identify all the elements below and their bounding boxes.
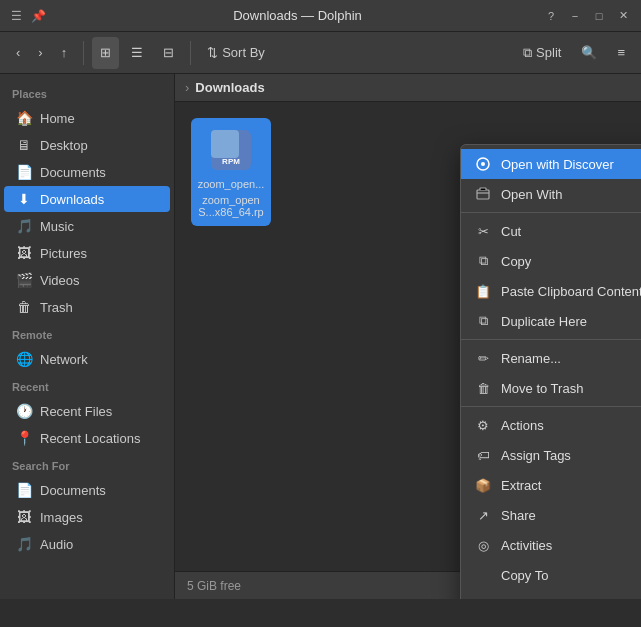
- sidebar-item-search-documents[interactable]: 📄 Documents: [4, 477, 170, 503]
- sidebar-item-desktop[interactable]: 🖥 Desktop: [4, 132, 170, 158]
- app-menu-icon[interactable]: ☰: [8, 8, 24, 24]
- view-icons-button[interactable]: ⊞: [92, 37, 119, 69]
- sidebar-item-search-audio[interactable]: 🎵 Audio: [4, 531, 170, 557]
- sidebar-item-recent-files[interactable]: 🕐 Recent Files: [4, 398, 170, 424]
- ctx-move-to-label: Move To: [501, 598, 641, 600]
- home-icon: 🏠: [16, 110, 32, 126]
- sidebar-downloads-label: Downloads: [40, 192, 104, 207]
- ctx-actions[interactable]: ⚙ Actions ›: [461, 410, 641, 440]
- svg-rect-5: [477, 190, 489, 199]
- recent-label: Recent: [0, 373, 174, 397]
- sidebar-item-recent-locations[interactable]: 📍 Recent Locations: [4, 425, 170, 451]
- ctx-share[interactable]: ↗ Share ›: [461, 500, 641, 530]
- ctx-open-icon: [475, 186, 491, 202]
- sidebar-music-label: Music: [40, 219, 74, 234]
- ctx-move-to[interactable]: Move To ›: [461, 590, 641, 599]
- sidebar-item-trash[interactable]: 🗑 Trash: [4, 294, 170, 320]
- ctx-open-with-discover[interactable]: Open with Discover: [461, 149, 641, 179]
- window-controls: ? − □ ✕: [541, 6, 633, 26]
- sidebar-network-label: Network: [40, 352, 88, 367]
- back-button[interactable]: ‹: [8, 37, 28, 69]
- ctx-extract-label: Extract: [501, 478, 641, 493]
- ctx-actions-icon: ⚙: [475, 417, 491, 433]
- sort-by-button[interactable]: ⇅ Sort By: [199, 37, 273, 69]
- svg-point-4: [481, 162, 485, 166]
- svg-text:RPM: RPM: [222, 157, 240, 166]
- recent-locations-icon: 📍: [16, 430, 32, 446]
- ctx-cut-icon: ✂: [475, 223, 491, 239]
- ctx-trash-icon: 🗑: [475, 380, 491, 396]
- sidebar-item-network[interactable]: 🌐 Network: [4, 346, 170, 372]
- split-button[interactable]: ⧉ Split: [515, 37, 569, 69]
- ctx-cut-label: Cut: [501, 224, 641, 239]
- file-item-name: zoom_open...: [198, 178, 265, 190]
- ctx-rename-icon: ✏: [475, 350, 491, 366]
- up-button[interactable]: ↑: [53, 37, 76, 69]
- sidebar-item-search-images[interactable]: 🖼 Images: [4, 504, 170, 530]
- ctx-share-label: Share: [501, 508, 641, 523]
- close-button[interactable]: ✕: [613, 6, 633, 26]
- ctx-paste-icon: 📋: [475, 283, 491, 299]
- ctx-sep-2: [461, 339, 641, 340]
- svg-rect-1: [211, 130, 239, 158]
- sort-icon: ⇅: [207, 45, 218, 60]
- ctx-cut[interactable]: ✂ Cut Ctrl+X: [461, 216, 641, 246]
- ctx-move-to-icon: [475, 597, 491, 599]
- sidebar-search-docs-label: Documents: [40, 483, 106, 498]
- sidebar-item-downloads[interactable]: ⬇ Downloads: [4, 186, 170, 212]
- sidebar-home-label: Home: [40, 111, 75, 126]
- split-label: Split: [536, 45, 561, 60]
- statusbar-text: 5 GiB free: [187, 579, 241, 593]
- pin-icon[interactable]: 📌: [30, 8, 46, 24]
- ctx-open-with[interactable]: Open With ›: [461, 179, 641, 209]
- sidebar-item-pictures[interactable]: 🖼 Pictures: [4, 240, 170, 266]
- ctx-activities[interactable]: ◎ Activities ›: [461, 530, 641, 560]
- sidebar-documents-label: Documents: [40, 165, 106, 180]
- view-list-button[interactable]: ☰: [123, 37, 151, 69]
- ctx-assign-tags[interactable]: 🏷 Assign Tags ›: [461, 440, 641, 470]
- search-button[interactable]: 🔍: [573, 37, 605, 69]
- ctx-move-trash[interactable]: 🗑 Move to Trash Del: [461, 373, 641, 403]
- sidebar-item-home[interactable]: 🏠 Home: [4, 105, 170, 131]
- ctx-rename-label: Rename...: [501, 351, 641, 366]
- search-label: Search For: [0, 452, 174, 476]
- toolbar: ‹ › ↑ ⊞ ☰ ⊟ ⇅ Sort By ⧉ Split 🔍 ≡: [0, 32, 641, 74]
- forward-button[interactable]: ›: [30, 37, 50, 69]
- ctx-activities-label: Activities: [501, 538, 641, 553]
- remote-label: Remote: [0, 321, 174, 345]
- sort-label: Sort By: [222, 45, 265, 60]
- ctx-duplicate-icon: ⧉: [475, 313, 491, 329]
- sidebar-recent-files-label: Recent Files: [40, 404, 112, 419]
- ctx-rename[interactable]: ✏ Rename... F2: [461, 343, 641, 373]
- ctx-copy-to[interactable]: Copy To ›: [461, 560, 641, 590]
- ctx-paste-clipboard[interactable]: 📋 Paste Clipboard Contents... Ctrl+V: [461, 276, 641, 306]
- hamburger-button[interactable]: ≡: [609, 37, 633, 69]
- breadcrumb-current[interactable]: Downloads: [195, 80, 264, 95]
- ctx-activities-icon: ◎: [475, 537, 491, 553]
- content-area: › Downloads RPM zoom_open... zoom_openS.…: [175, 74, 641, 599]
- file-item-zoom[interactable]: RPM zoom_open... zoom_openS...x86_64.rp: [191, 118, 271, 226]
- maximize-button[interactable]: □: [589, 6, 609, 26]
- help-button[interactable]: ?: [541, 6, 561, 26]
- sidebar-item-documents[interactable]: 📄 Documents: [4, 159, 170, 185]
- breadcrumb-arrow: ›: [185, 80, 189, 95]
- ctx-duplicate[interactable]: ⧉ Duplicate Here Ctrl+D: [461, 306, 641, 336]
- ctx-copy-to-icon: [475, 567, 491, 583]
- sidebar-item-music[interactable]: 🎵 Music: [4, 213, 170, 239]
- minimize-button[interactable]: −: [565, 6, 585, 26]
- ctx-tags-icon: 🏷: [475, 447, 491, 463]
- sidebar-desktop-label: Desktop: [40, 138, 88, 153]
- recent-files-icon: 🕐: [16, 403, 32, 419]
- ctx-share-icon: ↗: [475, 507, 491, 523]
- search-audio-icon: 🎵: [16, 536, 32, 552]
- ctx-extract[interactable]: 📦 Extract ›: [461, 470, 641, 500]
- sidebar-item-videos[interactable]: 🎬 Videos: [4, 267, 170, 293]
- ctx-extract-icon: 📦: [475, 477, 491, 493]
- pictures-icon: 🖼: [16, 245, 32, 261]
- ctx-copy[interactable]: ⧉ Copy Ctrl+C: [461, 246, 641, 276]
- sidebar-videos-label: Videos: [40, 273, 80, 288]
- view-compact-button[interactable]: ⊟: [155, 37, 182, 69]
- sidebar-trash-label: Trash: [40, 300, 73, 315]
- ctx-open-with-label: Open With: [501, 187, 641, 202]
- search-images-icon: 🖼: [16, 509, 32, 525]
